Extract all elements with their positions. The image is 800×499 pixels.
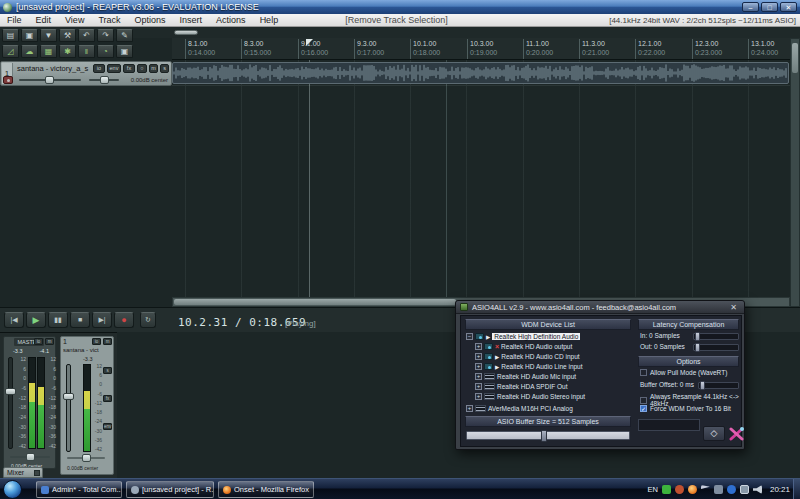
menu-edit[interactable]: Edit [29,15,59,25]
advanced-wrench-icon[interactable] [729,426,745,442]
menu-help[interactable]: Help [253,15,286,25]
project-settings-icon[interactable]: ⚒ [59,29,76,42]
track-solo-button[interactable]: s [160,64,169,73]
go-to-start-button[interactable]: |◀ [4,312,24,328]
device-row[interactable]: + ▶ Realtek HD Audio Line input [475,362,583,371]
strip-env-button[interactable]: env [103,423,112,430]
tray-display-icon[interactable] [740,485,749,494]
buffer-offset-knob[interactable] [700,381,705,390]
track-name[interactable]: santana - victory_a_s [17,64,89,73]
allow-pull-checkbox[interactable] [640,369,647,376]
device-row[interactable]: + ▶ Realtek HD Audio CD input [475,352,580,361]
force-wdm-checkbox[interactable]: ✓ [640,405,647,412]
power-icon[interactable] [484,343,493,350]
show-desktop-button[interactable] [793,479,800,499]
timeline-ruler[interactable]: 8.1.000:14.000 8.3.000:15.000 9.1.000:16… [172,38,790,60]
strip-mute-button[interactable]: m [103,338,112,345]
expand-icon[interactable]: + [475,353,482,360]
track-fx-button[interactable]: fx [123,64,135,73]
play-button[interactable]: ▶ [26,312,46,328]
device-row[interactable]: + × Realtek HD Audio output [475,342,572,351]
media-icon[interactable]: ☁ [21,45,38,58]
buffer-size-knob[interactable] [541,430,547,442]
record-button[interactable]: ● [114,312,134,328]
new-project-icon[interactable]: ▤ [2,29,19,42]
latency-out-knob[interactable] [695,343,700,352]
pan-handle[interactable] [100,76,109,84]
fx-icon[interactable]: ✱ [59,45,76,58]
metronome-icon[interactable]: ◔ [97,45,114,58]
track-pan-slider[interactable] [89,79,119,81]
pause-icon[interactable]: ‖ [78,45,95,58]
volume-handle[interactable] [45,76,54,84]
device-row[interactable]: + Realtek HD Audio Mic input [475,372,576,381]
envelope-icon[interactable]: ◿ [2,45,19,58]
open-project-icon[interactable]: ▣ [21,29,38,42]
expand-icon[interactable]: + [475,363,482,370]
device-row[interactable]: + AVerMedia M16H PCI Analog [466,404,573,413]
track-mute-button[interactable]: m [149,64,158,73]
track-volume-slider[interactable] [19,79,81,81]
go-to-end-button[interactable]: ▶| [92,312,112,328]
master-pan-slider[interactable] [10,456,50,458]
tray-network-icon[interactable] [714,485,723,494]
hscroll-thumb[interactable] [174,299,456,305]
menu-insert[interactable]: Insert [173,15,210,25]
media-item-waveform[interactable] [172,62,789,84]
vscroll-thumb[interactable] [792,43,798,73]
strip-io-button[interactable]: io [92,338,101,345]
track-io-button[interactable]: io [93,64,105,73]
mixer-tab[interactable]: Mixer [3,467,43,478]
expand-icon[interactable]: + [466,405,473,412]
menu-actions[interactable]: Actions [209,15,253,25]
dialog-close-icon[interactable]: ✕ [727,303,740,312]
menu-file[interactable]: File [0,15,29,25]
dialog-titlebar[interactable]: ASIO4ALL v2.9 - www.asio4all.com - feedb… [456,301,744,314]
close-button[interactable]: ✕ [780,2,797,12]
resample-checkbox[interactable] [640,397,647,404]
device-row[interactable]: + Realtek HD Audio Stereo input [475,392,585,401]
strip-pan-slider[interactable] [67,457,105,459]
tray-firefox-icon[interactable] [688,485,697,494]
device-row[interactable]: + Realtek HDA SPDIF Out [475,382,567,391]
track-recarm-button[interactable]: ○ [137,64,147,73]
latency-in-slider[interactable] [693,333,739,340]
start-button[interactable] [3,480,22,499]
master-fader-handle[interactable] [5,388,16,395]
taskbar-item-total-commander[interactable]: Admin* - Total Com... [36,481,122,498]
buffer-offset-slider[interactable] [698,382,739,389]
strip-solo-button[interactable]: s [103,367,112,374]
save-project-icon[interactable]: ▼ [40,29,57,42]
taskbar-clock[interactable]: 20:21 [770,485,790,494]
hzoom-slider[interactable] [174,30,198,35]
pencil-icon[interactable]: ✎ [116,29,133,42]
force-wdm-row[interactable]: ✓ Force WDM Driver To 16 Bit [640,405,731,412]
tray-flag-icon[interactable] [701,485,710,494]
vertical-scrollbar[interactable] [790,38,800,307]
stop-button[interactable]: ■ [70,312,90,328]
master-io-button[interactable]: io [34,338,43,345]
track-env-button[interactable]: env [107,64,121,73]
strip-fader-handle[interactable] [63,393,74,400]
track-panel[interactable]: 1 santana - victory_a_s io env fx ○ m s … [0,61,172,86]
repeat-button[interactable]: ↻ [140,312,156,328]
minimize-button[interactable]: – [742,2,759,12]
grid-icon[interactable]: ▦ [40,45,57,58]
power-icon[interactable] [475,333,484,340]
strip-pan-handle[interactable] [82,454,91,462]
device-row[interactable]: − ▶ Realtek High Definition Audio [466,332,580,341]
menu-options[interactable]: Options [128,15,173,25]
strip-fx-button[interactable]: fx [103,395,112,402]
power-icon[interactable] [484,363,493,370]
tray-bluetooth-icon[interactable] [727,485,736,494]
pause-button[interactable]: ▮▮ [48,312,68,328]
undo-icon[interactable]: ↶ [78,29,95,42]
buffer-size-slider[interactable] [466,431,630,440]
record-arm-icon[interactable] [3,76,13,84]
tray-play-icon[interactable] [662,485,671,494]
master-fader[interactable] [8,357,13,449]
expand-icon[interactable]: + [475,343,482,350]
asio4all-diamond-logo[interactable]: ◇ [703,426,725,441]
tray-app-icon[interactable] [675,485,684,494]
maximize-button[interactable]: □ [761,2,778,12]
